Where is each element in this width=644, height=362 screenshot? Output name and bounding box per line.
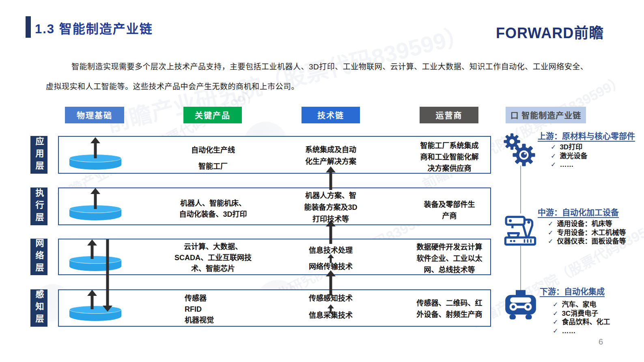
layer-label-network: 网络层 [30, 239, 47, 275]
cell-key-products: 机器人、智能机床、 自动化装备、3D打印 [154, 198, 272, 220]
chain-connector-line [520, 246, 521, 291]
check-icon: ✓ [553, 300, 558, 309]
machine-icon [502, 213, 538, 246]
list-item: ✓3D打印 [551, 143, 587, 152]
column-header-tech-chain: 技术链 [302, 107, 360, 123]
page-number: 6 [599, 337, 603, 347]
gears-icon [501, 131, 538, 168]
list-item: ✓…… [551, 160, 587, 169]
title-accent-bar [26, 16, 31, 38]
chain-connector-line [520, 166, 521, 213]
upstream-list: ✓3D打印 ✓激光设备 ✓…… [551, 143, 587, 169]
up-arrow-icon [87, 290, 97, 309]
cell-tech-chain: 机器人方案、智 能装备方案及3D 打印技术等 [280, 190, 381, 225]
upstream-title: 上游：原材料与核心零部件 [538, 130, 635, 142]
check-icon: ✓ [553, 309, 558, 318]
cell-tech-chain: 系统集成及自动 化生产解决方案 [280, 144, 381, 168]
check-icon: ✓ [551, 143, 556, 152]
list-item-text: …… [560, 160, 573, 169]
list-item-text: 汽车、家电 [562, 300, 596, 309]
down-arrow-icon [103, 239, 112, 312]
flow-arrow-icon [326, 166, 336, 190]
list-item: ✓…… [553, 327, 610, 336]
cell-key-products: 传感器 RFID 机器视觉 [185, 293, 274, 326]
check-icon: ✓ [551, 160, 556, 169]
slide-canvas: 前瞻产业研究院（股票代码839599） 前瞻产业研究院（股票代码839599） … [0, 0, 644, 362]
check-icon: ✓ [553, 327, 558, 336]
check-icon: ✓ [551, 152, 556, 161]
downstream-list: ✓汽车、家电 ✓3C消费电子 ✓食品饮料、化工 ✓…… [553, 300, 610, 335]
cell-key-products: 云计算、大数据、 SCADA、工业互联网技 术、智能芯片 [154, 241, 272, 274]
intro-paragraph: 智能制造实现需要多个层次上技术产品支持，主要包括工业机器人、3D打印、工业物联网… [46, 57, 594, 97]
list-item-text: 3C消费电子 [562, 309, 598, 318]
cell-key-products: 自动化生产线 智能工厂 [158, 142, 268, 175]
cell-tech-chain-bottom: 网络传输技术 [280, 261, 381, 272]
column-header-key-products: 关键产品 [183, 107, 242, 123]
cell-operators: 装备及零部件生 产商 [400, 199, 499, 222]
industry-chain-header: 口 智能制造产业链 [506, 107, 586, 123]
layer-label-application: 应用层 [30, 136, 47, 174]
check-icon: ✓ [548, 220, 553, 228]
check-icon: ✓ [548, 237, 553, 246]
check-icon: ✓ [548, 228, 553, 237]
cell-tech-chain-top: 信息技术处理 [280, 245, 381, 256]
layer-label-text: 应用层 [33, 137, 45, 173]
car-icon [503, 289, 538, 325]
midstream-list: ✓通用设备：机床等 ✓专用设备：木工机械等 ✓仪器仪表：面板设备等 [548, 220, 626, 246]
layer-label-text: 网络层 [33, 239, 45, 275]
list-item: ✓通用设备：机床等 [548, 220, 626, 228]
cell-operators: 智能工厂系统集成 商和工业智能化解 决方案供应商 [400, 140, 499, 174]
list-item: ✓食品饮料、化工 [553, 318, 610, 327]
up-arrow-icon [87, 239, 97, 259]
layer-label-perception: 感知层 [30, 289, 47, 327]
list-item: ✓3C消费电子 [553, 309, 610, 318]
page-title: 1.3 智能制造产业链 [35, 19, 153, 37]
list-item: ✓激光设备 [551, 152, 587, 161]
layer-label-execution: 执行层 [30, 187, 47, 225]
cell-operators: 传感器、二维码、红 外设备、射频生产商 [400, 297, 499, 320]
cell-tech-chain-bottom: 信息采集技术 [280, 310, 381, 321]
flow-arrow-icon [326, 270, 336, 295]
forward-logo: FORWARD前瞻 [496, 21, 604, 42]
list-item: ✓仪器仪表：面板设备等 [548, 237, 626, 246]
up-arrow-icon [90, 188, 100, 209]
layer-label-text: 感知层 [33, 290, 45, 326]
list-item-text: 激光设备 [560, 152, 587, 161]
cell-operators: 数据硬件开发云计算 软件企业、工业以太 网、总线技术等 [400, 241, 499, 276]
list-item-text: 3D打印 [560, 143, 582, 152]
list-item-text: 食品饮料、化工 [562, 318, 610, 327]
list-item-text: …… [562, 327, 575, 336]
column-header-operators: 运营商 [420, 107, 478, 123]
list-item-text: 仪器仪表：面板设备等 [557, 237, 626, 246]
midstream-title: 中游：自动化加工设备 [538, 206, 619, 218]
list-item-text: 专用设备：木工机械等 [557, 228, 626, 237]
downstream-title: 下游：自动化集成 [540, 285, 605, 297]
column-header-physical-base: 物理基础 [65, 107, 124, 123]
list-item: ✓汽车、家电 [553, 300, 610, 309]
check-icon: ✓ [553, 318, 558, 327]
list-item-text: 通用设备：机床等 [557, 220, 612, 228]
layer-label-text: 执行层 [33, 188, 45, 225]
up-arrow-icon [90, 137, 100, 158]
cell-tech-chain-top: 传感感知技术 [280, 293, 381, 304]
list-item: ✓专用设备：木工机械等 [548, 228, 626, 237]
